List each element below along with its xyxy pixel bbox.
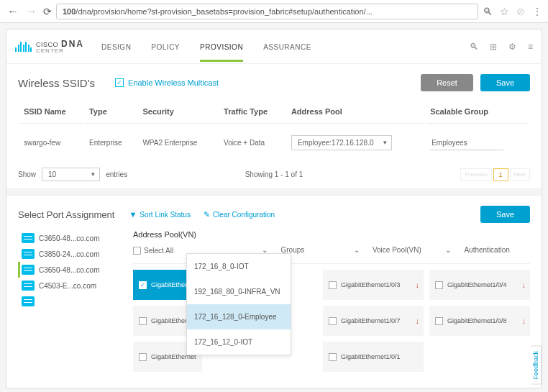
dropdown-option[interactable]: 172_16_128_0-Employee [187,304,291,329]
checkbox-icon [139,353,147,361]
switch-item[interactable]: C3650-48...co.com [18,262,126,278]
tab-assurance[interactable]: ASSURANCE [263,32,311,61]
switch-item[interactable]: C3850-24...co.com [18,246,126,262]
port-grid: Address Pool(VN) Select All ⌄ Groups⌄ Vo… [133,230,530,378]
col-pool: Address Pool [287,100,424,124]
checkbox-icon: ✓ [139,281,147,289]
page-size-select[interactable]: 10 [42,168,100,181]
port-save-button[interactable]: Save [480,206,530,223]
search-icon[interactable]: 🔍︎ [483,6,493,17]
reload-icon[interactable]: ⟳ [43,6,52,17]
port-title: Select Port Assignment [18,209,114,220]
clear-link[interactable]: ✎Clear Configuration [204,210,275,219]
logo-dna: DNA [61,40,84,48]
chevron-down-icon: ⌄ [354,246,360,254]
tab-design[interactable]: DESIGN [101,32,131,61]
pool-col-label: Address Pool(VN) [133,230,196,239]
switch-icon [22,233,35,243]
app-header: CISCO DNA CENTER DESIGN POLICY PROVISION… [6,29,542,64]
multicast-checkbox[interactable]: ✓ [115,78,124,87]
checkbox-icon [329,281,337,289]
col-ssid-name: SSID Name [19,100,83,124]
menu-icon[interactable]: ⋮ [532,6,542,17]
forward-icon: → [24,5,39,18]
dropdown-option[interactable]: 192_168_80_0-INFRA_VN [187,279,291,304]
entries-label: entries [106,170,127,178]
address-pool-dropdown: 172_16_8_0-IOT 192_168_80_0-INFRA_VN 172… [186,253,291,355]
checkbox-icon [329,317,337,325]
star-icon[interactable]: ☆ [500,6,509,17]
cell-name: swargo-few [19,125,83,160]
auth-dropdown[interactable]: Authentication [461,239,530,262]
filter-icon: ▼ [129,210,137,219]
port-tile[interactable]: GigabitEthernet1/0/3↓ [323,270,424,300]
col-traffic: Traffic Type [219,100,286,124]
port-header: Select Port Assignment ▼Sort Link Status… [18,196,530,230]
checkbox-icon [139,317,147,325]
next-button[interactable]: Next [510,168,530,181]
feedback-tab[interactable]: Feedback [531,346,542,385]
switch-item[interactable] [18,293,126,309]
gear-icon[interactable]: ⚙ [508,42,516,52]
down-arrow-icon: ↓ [522,281,526,289]
scalable-group-field[interactable]: Employees [430,139,503,150]
logo-bars-icon [15,42,32,52]
multicast-label: Enable Wireless Multicast [128,78,219,87]
ssid-title: Wireless SSID's [18,77,95,89]
list-icon[interactable]: ≡ [528,42,533,52]
ssid-table: SSID Name Type Security Traffic Type Add… [18,99,530,162]
down-arrow-icon: ↓ [415,316,419,325]
pencil-icon: ✎ [204,210,210,219]
show-label: Show [18,170,36,178]
page-number[interactable]: 1 [493,168,508,181]
switch-item[interactable]: C4503-E...co.com [18,278,126,293]
switch-icon [22,265,35,275]
switch-icon [22,296,35,306]
port-tile[interactable]: GigabitEthernet1/0/4↓ [429,270,530,300]
sort-link[interactable]: ▼Sort Link Status [129,210,190,219]
switch-item[interactable]: C3650-48...co.com [18,230,126,246]
checkbox-icon [435,317,443,325]
select-all[interactable]: Select All [133,247,179,255]
down-arrow-icon: ↓ [522,316,526,325]
stop-icon[interactable]: ⊘ [516,6,525,17]
voice-dropdown[interactable]: Voice Pool(VN)⌄ [370,239,454,262]
dropdown-option[interactable]: 172_16_8_0-IOT [187,254,291,279]
switch-list: C3650-48...co.com C3850-24...co.com C365… [18,230,126,309]
back-icon[interactable]: ← [6,5,20,18]
showing-label: Showing 1 - 1 of 1 [245,170,303,178]
checkbox-icon [435,281,443,289]
tab-policy[interactable]: POLICY [151,32,180,61]
cell-type: Enterprise [85,125,137,160]
search-icon[interactable]: 🔍︎ [470,42,478,52]
address-pool-select[interactable]: Employee:172.16.128.0 [291,135,392,150]
port-tile[interactable]: GigabitEthernet1/0/7↓ [323,306,424,336]
table-row: swargo-few Enterprise WPA2 Enterprise Vo… [19,125,529,160]
apps-icon[interactable]: ⊞ [490,42,497,52]
save-button[interactable]: Save [480,74,530,91]
chevron-down-icon: ⌄ [445,246,451,254]
col-sg: Scalable Group [426,100,529,124]
cell-traffic: Voice + Data [219,125,286,160]
url-bar[interactable]: 100/dna/provision/home?st-provision_base… [56,4,478,19]
ssid-header: Wireless SSID's ✓ Enable Wireless Multic… [18,74,530,91]
prev-button[interactable]: Previous [460,168,491,181]
url-host: 100 [63,7,76,16]
main-tabs: DESIGN POLICY PROVISION ASSURANCE [101,32,311,61]
app-frame: CISCO DNA CENTER DESIGN POLICY PROVISION… [6,29,542,388]
cisco-logo: CISCO DNA CENTER [15,40,84,54]
checkbox-icon [329,353,337,361]
url-path: /dna/provision/home?st-provision_basetab… [76,7,372,16]
down-arrow-icon: ↓ [415,281,419,289]
port-tile[interactable]: GigabitEthernet1/0/8↓ [429,306,530,336]
browser-chrome: ← → ⟳ 100/dna/provision/home?st-provisio… [0,0,548,23]
reset-button[interactable]: Reset [421,74,473,91]
cell-security: WPA2 Enterprise [138,125,218,160]
section-divider [6,188,542,196]
port-tile[interactable]: GigabitEthernet1/0/1 [323,342,424,372]
dropdown-option[interactable]: 172_16_12_0-IOT [187,329,291,355]
col-type: Type [85,100,137,124]
logo-center: CENTER [36,48,84,54]
col-security: Security [138,100,218,124]
tab-provision[interactable]: PROVISION [200,32,243,61]
